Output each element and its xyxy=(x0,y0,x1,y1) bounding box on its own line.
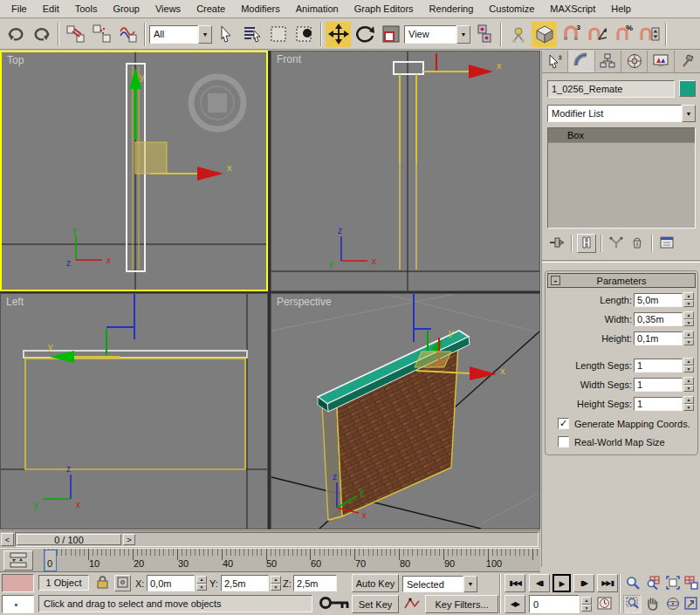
viewport-left-label[interactable]: Left xyxy=(6,296,24,308)
select-object-button[interactable] xyxy=(213,22,238,47)
menu-help[interactable]: Help xyxy=(603,1,639,17)
frame-spinner[interactable]: ▲▼ xyxy=(581,597,592,612)
chevron-down-icon[interactable]: ▼ xyxy=(682,105,696,122)
viewport-top-label[interactable]: Top xyxy=(7,54,24,66)
key-filters-button[interactable]: Key Filters... xyxy=(425,595,498,613)
track-bar[interactable]: 0 10 20 30 40 50 60 70 80 90 100 xyxy=(0,548,540,572)
menu-edit[interactable]: Edit xyxy=(35,1,67,17)
generate-mapping-coords-checkbox[interactable]: ✓ xyxy=(558,418,569,429)
y-spinner[interactable]: ▲▼ xyxy=(271,576,281,591)
height-spinner[interactable]: ▲▼ xyxy=(683,331,694,345)
height-segs-field[interactable]: 1 xyxy=(634,397,683,411)
configure-modifier-sets-button[interactable] xyxy=(657,234,676,253)
set-keys-button[interactable] xyxy=(316,593,354,614)
go-to-start-button[interactable]: ▮◀◀ xyxy=(504,574,525,592)
snaps-toggle-button[interactable]: 3 xyxy=(558,22,583,47)
modifier-stack[interactable]: Box xyxy=(547,127,696,229)
menu-tools[interactable]: Tools xyxy=(67,1,106,17)
select-and-move-button[interactable] xyxy=(326,22,351,47)
next-frame-button[interactable]: ▮▶ xyxy=(573,574,594,592)
tab-hierarchy[interactable] xyxy=(595,51,621,72)
tab-display[interactable] xyxy=(648,51,674,72)
zoom-extents-all-button[interactable] xyxy=(682,574,700,592)
chevron-down-icon[interactable]: ▼ xyxy=(463,576,477,592)
select-and-rotate-button[interactable] xyxy=(352,22,377,47)
region-zoom-button[interactable] xyxy=(623,595,642,613)
menu-group[interactable]: Group xyxy=(105,1,148,17)
menu-animation[interactable]: Animation xyxy=(288,1,347,17)
width-field[interactable]: 0,35m xyxy=(634,312,683,326)
modifier-list-select[interactable]: Modifier List ▼ xyxy=(547,105,696,122)
collapse-icon[interactable]: - xyxy=(551,276,560,285)
spinner-snap-toggle-button[interactable] xyxy=(636,22,662,47)
x-coordinate-field[interactable]: 0,0m xyxy=(147,575,195,591)
select-and-link-button[interactable] xyxy=(63,22,88,47)
pin-stack-button[interactable] xyxy=(547,234,566,253)
angle-snap-toggle-button[interactable] xyxy=(584,22,609,47)
chevron-down-icon[interactable]: ▼ xyxy=(456,25,470,44)
play-button[interactable]: ▶ xyxy=(552,574,571,592)
viewport-left[interactable]: Left y z y x xyxy=(0,293,268,530)
pan-button[interactable] xyxy=(643,595,662,613)
go-to-end-button[interactable]: ▶▶▮ xyxy=(597,574,618,592)
absolute-offset-mode-toggle-button[interactable] xyxy=(114,575,131,591)
object-name-field[interactable]: 1_0256_Remate xyxy=(547,80,675,98)
time-slider-channel[interactable]: 0 / 100 > xyxy=(15,532,539,547)
bind-to-space-warp-button[interactable] xyxy=(115,22,141,47)
menu-graph-editors[interactable]: Graph Editors xyxy=(347,1,422,17)
viewport-perspective[interactable]: Perspective xyxy=(271,293,540,530)
height-field[interactable]: 0,1m xyxy=(634,331,683,345)
undo-button[interactable] xyxy=(3,22,28,47)
parameters-rollout-header[interactable]: - Parameters xyxy=(547,273,696,288)
zoom-extents-button[interactable] xyxy=(663,574,682,592)
length-segs-spinner[interactable]: ▲▼ xyxy=(683,358,694,372)
time-configuration-button[interactable] xyxy=(594,595,614,613)
select-and-scale-button[interactable] xyxy=(378,22,403,47)
min-max-toggle-button[interactable] xyxy=(682,595,700,613)
use-center-flyout-button[interactable] xyxy=(471,22,497,47)
menu-file[interactable]: File xyxy=(3,1,35,17)
menu-maxscript[interactable]: MAXScript xyxy=(542,1,603,17)
previous-frame-arrow-button[interactable]: < xyxy=(1,533,14,546)
length-field[interactable]: 5,0m xyxy=(634,293,683,307)
menu-customize[interactable]: Customize xyxy=(481,1,542,17)
width-segs-spinner[interactable]: ▲▼ xyxy=(683,377,694,392)
menu-views[interactable]: Views xyxy=(148,1,189,17)
viewport-front[interactable]: Front x z x y xyxy=(271,51,540,291)
viewport-perspective-label[interactable]: Perspective xyxy=(277,296,332,308)
previous-frame-button[interactable]: ◀▮ xyxy=(529,574,550,592)
key-mode-toggle-button[interactable]: ◀▶ xyxy=(504,595,525,613)
y-coordinate-field[interactable]: 2,5m xyxy=(221,575,269,591)
window-crossing-toggle-button[interactable] xyxy=(292,22,317,47)
show-end-result-button[interactable] xyxy=(577,234,596,253)
selection-filter-select[interactable]: All ▼ xyxy=(149,25,212,44)
x-spinner[interactable]: ▲▼ xyxy=(196,576,207,591)
menu-rendering[interactable]: Rendering xyxy=(422,1,482,17)
maxscript-mini-listener[interactable] xyxy=(2,595,34,613)
arc-rotate-button[interactable] xyxy=(663,595,682,613)
chevron-down-icon[interactable]: ▼ xyxy=(198,25,212,44)
tab-modify[interactable] xyxy=(568,51,594,72)
set-key-filters-curve-button[interactable] xyxy=(402,595,422,613)
key-filter-select[interactable]: Selected ▼ xyxy=(402,575,477,593)
select-by-name-button[interactable] xyxy=(239,22,264,47)
length-spinner[interactable]: ▲▼ xyxy=(683,292,694,307)
reference-coordinate-system-select[interactable]: View ▼ xyxy=(404,25,470,44)
open-mini-curve-editor-button[interactable] xyxy=(3,550,33,571)
tab-motion[interactable] xyxy=(621,51,648,72)
viewport-front-label[interactable]: Front xyxy=(277,53,301,65)
menu-create[interactable]: Create xyxy=(189,1,233,17)
width-segs-field[interactable]: 1 xyxy=(634,378,683,392)
real-world-map-size-checkbox[interactable]: ✓ xyxy=(558,436,569,448)
current-frame-field[interactable]: 0 xyxy=(529,595,580,613)
remove-modifier-button[interactable] xyxy=(628,234,647,253)
next-frame-arrow-button[interactable]: > xyxy=(123,534,135,545)
z-coordinate-field[interactable]: 2,5m xyxy=(293,575,337,591)
selection-lock-toggle-button[interactable] xyxy=(93,574,111,592)
height-segs-spinner[interactable]: ▲▼ xyxy=(683,396,694,411)
make-unique-button[interactable] xyxy=(607,234,626,253)
percent-snap-toggle-button[interactable]: % xyxy=(610,22,635,47)
rectangular-selection-region-button[interactable] xyxy=(265,22,291,47)
macro-recorder-mini-listener[interactable] xyxy=(2,574,34,592)
redo-button[interactable] xyxy=(29,22,54,47)
